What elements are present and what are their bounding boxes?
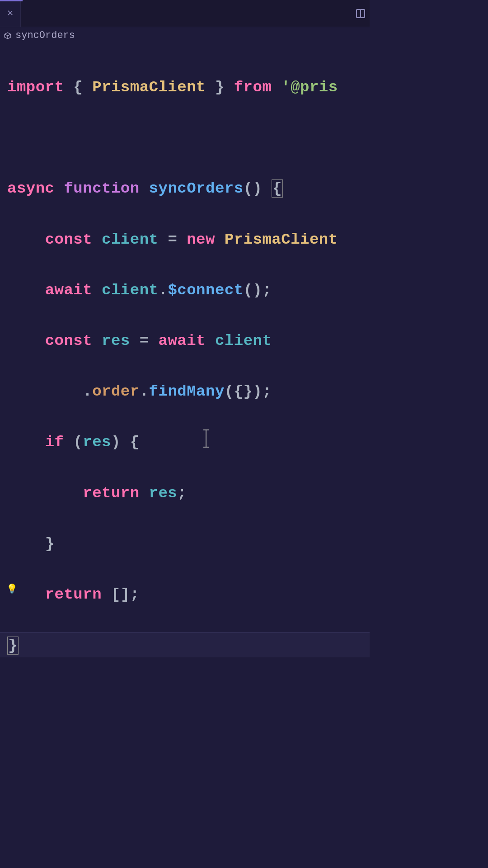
code-line[interactable] (7, 125, 370, 151)
active-tab[interactable]: ✕ (0, 0, 21, 27)
code-line[interactable]: if (res) { (7, 429, 370, 455)
code-line[interactable]: await client.$connect(); (7, 278, 370, 303)
code-line[interactable]: import { PrismaClient } from '@pris (7, 75, 370, 100)
breadcrumb-symbol: syncOrders (15, 30, 75, 41)
tab-active-indicator (0, 0, 23, 1)
tab-bar: ✕ (0, 0, 370, 27)
code-line[interactable]: .order.findMany({}); (7, 379, 370, 404)
code-line[interactable]: const res = await client (7, 328, 370, 354)
close-tab-icon[interactable]: ✕ (7, 9, 13, 19)
symbol-method-icon (4, 32, 12, 40)
lightbulb-icon[interactable]: 💡 (6, 582, 18, 597)
split-editor-icon[interactable] (355, 8, 366, 19)
text-cursor (206, 429, 206, 448)
code-line[interactable]: const client = new PrismaClient (7, 227, 370, 252)
code-line[interactable]: return res; (7, 481, 370, 506)
code-line-current[interactable]: } (0, 632, 370, 657)
code-line[interactable]: } (7, 531, 370, 557)
code-line[interactable]: async function syncOrders() { (7, 176, 370, 201)
breadcrumb[interactable]: syncOrders (0, 27, 370, 44)
code-line[interactable]: 💡 return []; (7, 582, 370, 607)
code-editor[interactable]: import { PrismaClient } from '@pris asyn… (0, 44, 370, 657)
